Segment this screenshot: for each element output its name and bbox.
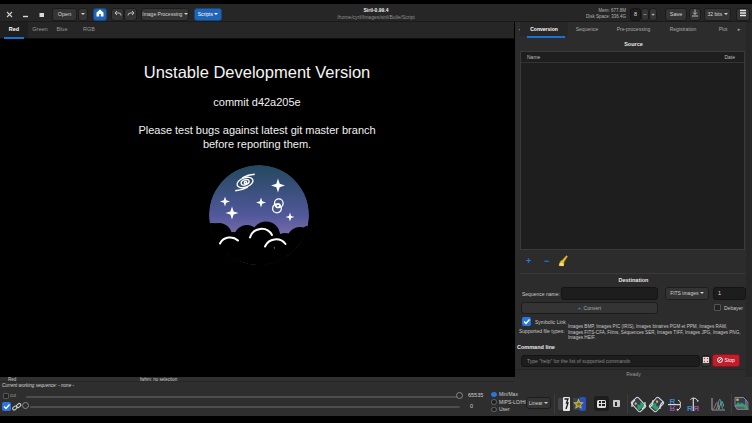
svg-text:R: R: [687, 404, 693, 413]
svg-text:R: R: [693, 404, 699, 413]
